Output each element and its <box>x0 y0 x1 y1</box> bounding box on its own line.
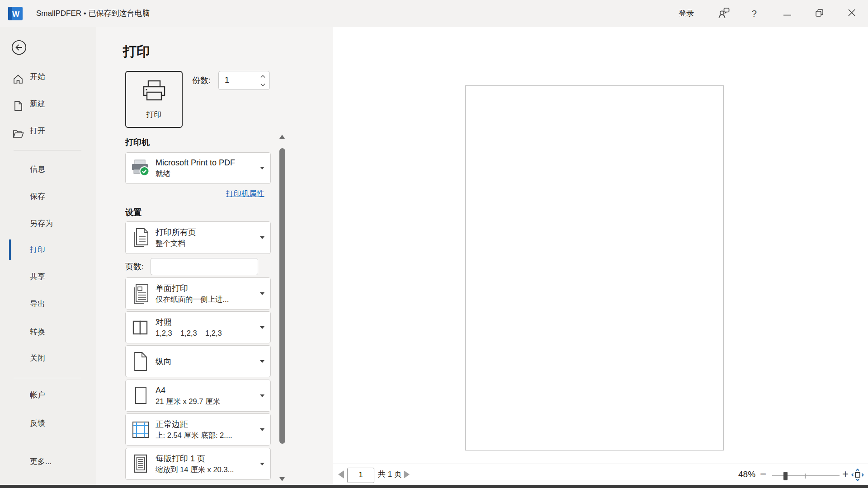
close-button[interactable] <box>841 0 862 27</box>
new-document-icon <box>14 99 25 109</box>
sign-in-button[interactable]: 登录 <box>669 0 703 27</box>
one-sided-print-icon <box>126 283 156 305</box>
pages-per-sheet-select[interactable]: 每版打印 1 页 缩放到 14 厘米 x 20.3... <box>125 448 271 480</box>
sidebar-item-feedback[interactable]: 反馈 <box>0 413 96 433</box>
zoom-slider-thumb[interactable] <box>783 472 788 480</box>
next-page-icon[interactable] <box>404 470 410 479</box>
printer-properties-link[interactable]: 打印机属性 <box>226 188 264 199</box>
contact-support-button[interactable] <box>713 0 734 27</box>
sidebar-item-new[interactable]: 新建 <box>0 94 96 114</box>
collation-select[interactable]: 对照 1,2,3 1,2,3 1,2,3 <box>125 311 271 343</box>
duplex-subtitle: 仅在纸面的一侧上进... <box>156 295 229 304</box>
pages-per-sheet-subtitle: 缩放到 14 厘米 x 20.3... <box>156 465 234 474</box>
print-range-select[interactable]: 打印所有页 整个文档 <box>125 221 271 254</box>
zoom-in-button[interactable]: + <box>842 464 849 485</box>
zoom-slider-center-tick <box>805 474 806 479</box>
copies-label: 份数: <box>192 75 211 86</box>
sidebar-item-home[interactable]: 开始 <box>0 67 96 87</box>
sidebar-item-convert[interactable]: 转换 <box>0 322 96 342</box>
home-icon <box>13 72 24 82</box>
svg-text:W: W <box>12 10 20 19</box>
printer-select[interactable]: Microsoft Print to PDF 就绪 <box>125 152 271 184</box>
sidebar-item-close[interactable]: 关闭 <box>0 348 96 368</box>
collate-icon <box>126 319 156 337</box>
settings-section-header: 设置 <box>125 207 142 218</box>
back-arrow-icon <box>11 49 27 56</box>
pages-per-sheet-title: 每版打印 1 页 <box>156 454 234 464</box>
chevron-down-icon <box>260 463 264 465</box>
sidebar-divider <box>14 378 81 378</box>
sidebar-item-info[interactable]: 信息 <box>0 160 96 179</box>
duplex-select[interactable]: 单面打印 仅在纸面的一侧上进... <box>125 277 271 310</box>
minimize-button[interactable] <box>777 0 797 27</box>
chevron-down-icon <box>260 292 264 295</box>
orientation-title: 纵向 <box>156 357 172 366</box>
duplex-title: 单面打印 <box>156 283 229 293</box>
printer-icon <box>141 80 167 106</box>
page-count-label: 共 1 页 <box>378 464 402 485</box>
sidebar-item-save-as[interactable]: 另存为 <box>0 214 96 234</box>
window-bottom-edge <box>0 485 868 488</box>
print-panel: 打印 打印 份数: 打印机 <box>96 27 333 485</box>
person-chat-icon <box>718 7 730 21</box>
back-button[interactable] <box>11 40 27 55</box>
print-preview-area <box>333 27 868 464</box>
chevron-down-icon <box>260 236 264 239</box>
pages-per-sheet-icon <box>126 453 156 475</box>
copies-decrement-button[interactable] <box>259 81 266 88</box>
backstage-sidebar: 开始 新建 打开 信息 保存 另存为 打印 共享 导出 转换 关闭 帐户 反馈 … <box>0 27 96 485</box>
settings-scrollbar[interactable] <box>278 131 286 485</box>
paper-size-select[interactable]: A4 21 厘米 x 29.7 厘米 <box>125 380 271 412</box>
printer-name: Microsoft Print to PDF <box>156 158 235 168</box>
fit-to-page-icon <box>851 469 864 481</box>
scroll-up-arrow-icon[interactable] <box>279 135 285 139</box>
copies-increment-button[interactable] <box>259 73 266 80</box>
margins-subtitle: 上: 2.54 厘米 底部: 2.... <box>156 431 232 440</box>
a4-page-icon <box>126 385 156 406</box>
pages-input[interactable] <box>156 258 253 274</box>
copies-input[interactable] <box>225 71 252 89</box>
print-all-pages-icon <box>126 227 156 249</box>
pages-field <box>151 258 258 275</box>
margins-select[interactable]: 正常边距 上: 2.54 厘米 底部: 2.... <box>125 413 271 446</box>
help-icon: ? <box>751 8 757 19</box>
printer-status: 就绪 <box>156 169 235 178</box>
sidebar-divider <box>14 150 81 150</box>
minimize-icon <box>783 9 791 18</box>
titlebar: W SmallPDFER • 已保存到这台电脑 登录 ? <box>0 0 868 27</box>
zoom-slider-track[interactable] <box>772 475 840 476</box>
chevron-down-icon <box>260 394 264 397</box>
open-folder-icon <box>13 126 24 136</box>
print-button[interactable]: 打印 <box>125 71 183 128</box>
print-button-label: 打印 <box>146 109 162 120</box>
sidebar-item-export[interactable]: 导出 <box>0 294 96 314</box>
printer-ready-icon <box>126 159 156 178</box>
chevron-down-icon <box>260 360 264 363</box>
restore-icon <box>815 9 824 19</box>
chevron-down-icon <box>260 167 264 169</box>
print-range-title: 打印所有页 <box>156 227 196 237</box>
print-range-subtitle: 整个文档 <box>156 239 196 248</box>
fit-to-page-button[interactable] <box>851 469 864 483</box>
restore-button[interactable] <box>809 0 830 27</box>
margins-icon <box>126 420 156 440</box>
collation-subtitle: 1,2,3 1,2,3 1,2,3 <box>156 328 222 338</box>
close-icon <box>848 9 855 18</box>
zoom-out-button[interactable]: − <box>760 464 766 485</box>
previous-page-icon[interactable] <box>338 470 344 479</box>
page-number-input[interactable] <box>348 468 374 482</box>
zoom-level-label: 48% <box>738 464 755 485</box>
collation-title: 对照 <box>156 317 222 327</box>
sidebar-item-open[interactable]: 打开 <box>0 121 96 141</box>
help-button[interactable]: ? <box>744 0 764 27</box>
sidebar-item-print[interactable]: 打印 <box>0 240 96 260</box>
sidebar-item-account[interactable]: 帐户 <box>0 385 96 405</box>
copies-spinner <box>218 71 270 90</box>
sidebar-item-save[interactable]: 保存 <box>0 187 96 206</box>
orientation-select[interactable]: 纵向 <box>125 345 271 377</box>
sidebar-item-share[interactable]: 共享 <box>0 267 96 287</box>
scrollbar-thumb[interactable] <box>279 148 285 444</box>
scroll-down-arrow-icon[interactable] <box>279 477 285 481</box>
sidebar-item-more[interactable]: 更多... <box>0 452 96 472</box>
printer-section-header: 打印机 <box>125 137 150 148</box>
